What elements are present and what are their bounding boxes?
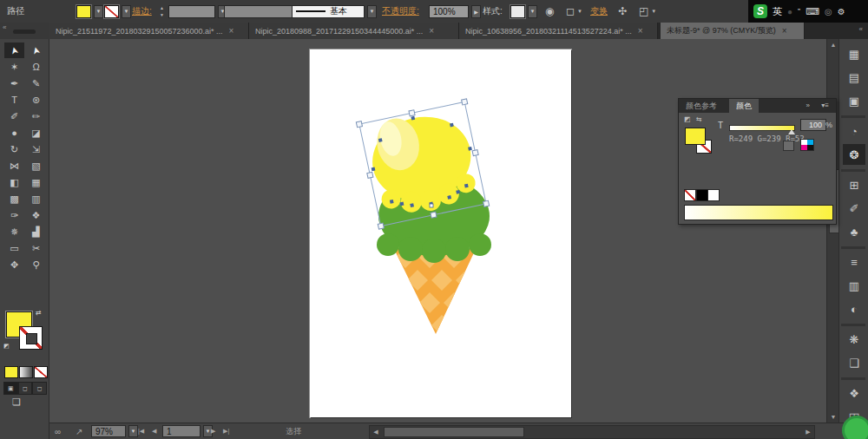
none-mode-button[interactable] <box>34 366 48 378</box>
align-panel-icon[interactable]: ▤ <box>843 67 865 88</box>
close-icon[interactable]: × <box>782 26 787 36</box>
add-anchor-tool[interactable]: ✎ <box>26 75 46 91</box>
selection-handle[interactable] <box>483 200 490 206</box>
document-tab-3[interactable]: Nipic_10638956_20180321114513527224.ai* … <box>459 23 658 39</box>
blend-tool[interactable]: ❖ <box>26 207 46 223</box>
ice-cream-artwork[interactable] <box>310 49 571 417</box>
zoom-level-dropdown[interactable]: 97% ▼ <box>91 423 138 439</box>
scale-tool[interactable]: ⇲ <box>26 141 46 157</box>
screen-mode-icon[interactable]: ❏ <box>12 396 21 408</box>
scroll-right-icon[interactable]: ▶ <box>803 428 813 436</box>
keyboard-icon[interactable]: ⌨ <box>806 6 819 17</box>
stroke-weight-combo[interactable]: ▼ <box>168 0 227 23</box>
shape-builder-tool[interactable]: ◧ <box>4 174 24 190</box>
selection-handle[interactable] <box>356 121 362 128</box>
ime-punctuation-icon[interactable]: ” <box>798 7 800 16</box>
stroke-none-swatch[interactable] <box>104 5 119 18</box>
align-icon[interactable]: ✣ <box>618 0 627 23</box>
ime-skin-icon[interactable]: ◎ <box>825 7 832 16</box>
vertical-scrollbar[interactable]: ▲ ▼ <box>826 39 838 423</box>
width-tool[interactable]: ⋈ <box>4 158 24 174</box>
document-tab-active[interactable]: 未标题-9* @ 97% (CMYK/预览) × <box>661 23 805 39</box>
mesh-tool[interactable]: ▩ <box>4 191 24 206</box>
pathfinder-panel-icon[interactable]: ▣ <box>843 90 865 111</box>
tools-panel-header[interactable]: « <box>0 23 50 39</box>
panel-fill-swatch[interactable] <box>685 128 706 145</box>
selection-center-point[interactable] <box>430 204 433 207</box>
free-transform-tool[interactable]: ▧ <box>26 158 46 174</box>
collapse-panel-icon[interactable]: « <box>3 23 6 31</box>
eyedropper-tool[interactable]: ✑ <box>4 207 24 223</box>
prev-artboard-icon[interactable]: ◀ <box>152 423 156 439</box>
chevron-down-icon[interactable]: ▼ <box>367 5 377 18</box>
selection-handle[interactable] <box>472 150 478 156</box>
anchor-point[interactable] <box>378 138 383 142</box>
anchor-point[interactable] <box>410 203 414 207</box>
blob-brush-tool[interactable]: ● <box>4 125 24 141</box>
artboard-number-dropdown[interactable]: 1 ▼ <box>162 423 213 439</box>
gradient-panel-icon[interactable]: ▥ <box>843 275 865 296</box>
color-panel-icon[interactable]: ❂ <box>843 144 865 165</box>
opacity-field[interactable]: 100% ▶ <box>429 0 481 23</box>
draw-normal-icon[interactable]: ▣ <box>3 382 18 395</box>
scroll-up-icon[interactable]: ▲ <box>827 39 839 50</box>
zoom-tool[interactable]: ⚲ <box>26 257 46 272</box>
select-similar-dropdown[interactable]: ◻ ▼ <box>566 0 582 23</box>
style-swatch[interactable] <box>510 5 525 18</box>
selection-handle[interactable] <box>462 99 468 105</box>
selection-handle[interactable] <box>409 110 415 116</box>
floating-app-icon[interactable] <box>842 416 868 439</box>
transparency-panel-icon[interactable]: ◐ <box>843 298 865 319</box>
ime-settings-icon[interactable]: ⚙ <box>838 7 845 16</box>
stroke-weight-link[interactable]: 描边: <box>132 0 152 23</box>
black-swatch[interactable] <box>696 189 708 201</box>
anchor-point[interactable] <box>447 195 451 200</box>
stroke-panel-icon[interactable]: ≡ <box>843 252 865 272</box>
brush-definition-dropdown[interactable]: 基本 ▼ <box>292 0 377 23</box>
slice-tool[interactable]: ✂ <box>26 240 46 256</box>
window-arrange-icon[interactable]: ∞ <box>55 423 61 439</box>
ime-language-toggle[interactable]: 英 <box>773 5 782 18</box>
last-artboard-icon[interactable]: ▶| <box>223 423 229 439</box>
tab-color[interactable]: 颜色 <box>729 99 759 113</box>
web-safe-button[interactable] <box>783 141 794 151</box>
magic-wand-tool[interactable]: ✶ <box>4 59 24 75</box>
anchor-point[interactable] <box>372 167 376 172</box>
tab-color-guide[interactable]: 颜色参考 <box>679 99 724 113</box>
tint-spectrum-ramp[interactable] <box>684 205 833 220</box>
style-dropdown[interactable]: ▼ <box>510 0 537 23</box>
type-tool[interactable]: T <box>4 92 24 108</box>
default-fill-stroke-icon[interactable]: ◩ <box>3 343 10 350</box>
close-icon[interactable]: × <box>429 26 434 36</box>
isolate-dropdown[interactable]: ◰ ▼ <box>639 0 656 23</box>
scroll-left-icon[interactable]: ◀ <box>371 428 381 436</box>
anchor-point[interactable] <box>456 190 460 194</box>
recolor-artwork-icon[interactable]: ◉ <box>545 0 554 23</box>
white-swatch[interactable] <box>707 189 720 201</box>
document-tab-2[interactable]: Nipic_20180988_20171229150344445000.ai* … <box>249 23 459 39</box>
column-graph-tool[interactable]: ▟ <box>26 224 46 239</box>
anchor-point[interactable] <box>400 202 404 206</box>
panel-collapse-icon[interactable]: » <box>806 102 810 109</box>
close-icon[interactable]: × <box>229 26 234 36</box>
direct-selection-tool[interactable]: ➤ <box>26 43 46 58</box>
panel-grabber[interactable] <box>13 29 36 34</box>
draw-inside-icon[interactable]: ◻ <box>32 382 47 395</box>
selection-handle[interactable] <box>367 172 373 178</box>
appearance-panel-icon[interactable]: ❋ <box>843 329 865 350</box>
pen-tool[interactable]: ✒ <box>4 75 24 91</box>
chevron-down-icon[interactable]: ▼ <box>94 5 103 18</box>
horizontal-scrollbar[interactable]: ◀ ▶ <box>369 425 815 439</box>
color-guide-panel-icon[interactable]: ◔ <box>843 121 865 141</box>
stroke-weight-stepper[interactable]: ▲▼ <box>160 0 164 23</box>
color-mode-button[interactable] <box>4 366 18 378</box>
lasso-tool[interactable]: Ω <box>26 59 46 75</box>
layers-panel-icon[interactable]: ❖ <box>843 383 865 403</box>
swatches-panel-icon[interactable]: ⊞ <box>843 174 865 195</box>
tint-slider-track[interactable] <box>729 125 795 131</box>
selection-handle[interactable] <box>431 212 437 218</box>
stroke-color-dropdown[interactable]: ▼ <box>104 0 131 23</box>
color-panel-header[interactable]: 颜色参考 颜色 » ▾≡ <box>679 99 836 113</box>
anchor-point[interactable] <box>390 200 394 204</box>
fill-color-dropdown[interactable]: ▼ <box>76 0 103 23</box>
